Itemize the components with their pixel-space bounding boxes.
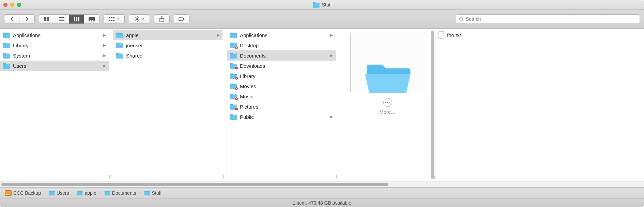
folder-icon [230,52,237,59]
action-menu-button[interactable] [129,14,150,24]
zoom-window-button[interactable] [17,3,21,7]
list-item[interactable]: Movies [227,81,336,91]
svg-point-20 [136,18,138,20]
more-button[interactable]: ••• More… [379,98,396,115]
svg-line-28 [139,17,139,18]
search-input[interactable] [466,16,637,22]
path-segment[interactable]: CCC Backup [5,190,41,196]
item-label: foo.txt [447,32,461,38]
preview-scrollbar[interactable] [431,31,434,179]
list-item[interactable]: Applications▶ [0,30,109,40]
svg-rect-6 [59,20,64,21]
list-item[interactable]: Users▶ [0,61,109,71]
list-item[interactable]: Shared [113,50,223,61]
list-item[interactable]: Downloads [227,61,336,71]
folder-icon [116,32,123,38]
chevron-right-icon: ▶ [217,33,220,37]
column-resize-handle[interactable]: || [434,175,437,179]
item-label: System [13,53,30,59]
minimize-window-button[interactable] [10,3,14,7]
search-field[interactable] [456,14,640,24]
svg-rect-1 [47,17,49,19]
status-bar: 1 item, 473.48 GB available [0,198,644,207]
folder-icon [230,83,237,89]
item-label: apple [126,32,139,38]
svg-rect-7 [74,17,75,21]
item-label: Desktop [240,43,259,48]
list-item[interactable]: joeuser [113,40,223,50]
item-label: joeuser [126,43,143,48]
gallery-view-button[interactable] [84,15,99,23]
item-label: Documents [240,53,266,59]
folder-icon [77,190,83,195]
folder-icon [104,190,110,195]
column-resize-handle[interactable]: || [109,29,113,181]
share-button[interactable] [154,14,170,24]
chevron-right-icon: 〉 [71,190,75,195]
horizontal-scrollbar[interactable] [0,181,644,187]
list-item[interactable]: apple▶ [113,30,223,40]
folder-icon [3,42,10,48]
list-item[interactable]: Library [227,71,336,81]
svg-line-32 [462,20,464,21]
folder-icon [230,42,237,48]
item-label: Library [240,73,256,79]
forward-button[interactable] [19,15,34,23]
tags-button[interactable] [174,14,189,24]
list-item[interactable]: Applications▶ [227,30,336,40]
preview-thumbnail[interactable] [350,32,425,93]
svg-point-31 [460,17,463,20]
window-controls [3,3,21,7]
list-item[interactable]: Documents▶ [227,50,336,61]
svg-rect-10 [89,17,95,20]
list-view-button[interactable] [54,15,69,23]
item-label: Public [240,114,254,120]
folder-icon [230,114,237,120]
path-bar: CCC Backup〉Users〉apple〉Documents〉Stuff [0,187,644,198]
column-resize-handle[interactable]: || [336,29,340,181]
item-label: Music [240,94,253,99]
ellipsis-icon: ••• [383,98,392,107]
column-2: Applications▶DesktopDocuments▶DownloadsL… [227,29,340,181]
chevron-right-icon: ▶ [330,53,333,58]
svg-rect-15 [111,17,112,18]
folder-icon [230,93,237,99]
svg-rect-13 [93,20,95,21]
icon-view-button[interactable] [39,15,54,23]
more-label: More… [379,109,396,115]
back-button[interactable] [4,15,19,23]
path-segment[interactable]: apple [77,190,96,196]
preview-column: ••• More… || [340,29,435,181]
chevron-right-icon: 〉 [138,190,142,195]
list-item[interactable]: Music [227,91,336,101]
no-access-badge-icon [235,46,238,49]
folder-icon [144,190,150,195]
folder-icon [49,190,55,195]
column-resize-handle[interactable]: || [223,29,227,181]
path-segment[interactable]: Users [49,190,69,196]
list-item[interactable]: Public▶ [227,112,336,122]
item-label: Shared [126,53,142,59]
finder-window: Stuff [0,0,644,207]
chevron-right-icon: ▶ [103,33,106,37]
window-title-text: Stuff [322,2,332,7]
scrollbar-thumb[interactable] [1,183,388,186]
path-label: Users [57,190,69,196]
path-segment[interactable]: Stuff [144,190,162,196]
group-by-button[interactable] [104,14,125,24]
chevron-right-icon: ▶ [103,63,106,68]
list-item[interactable]: System▶ [0,50,109,61]
list-item[interactable]: Desktop [227,40,336,50]
close-window-button[interactable] [3,3,7,7]
column-view-button[interactable] [69,15,84,23]
list-item[interactable]: foo.txt [435,30,644,40]
svg-line-27 [135,20,136,21]
folder-icon [230,32,237,38]
toolbar [0,10,644,29]
list-item[interactable]: Pictures [227,101,336,112]
svg-rect-8 [76,17,77,21]
path-segment[interactable]: Documents [104,190,136,196]
folder-icon [230,104,237,110]
file-column: foo.txt [435,29,644,181]
list-item[interactable]: Library▶ [0,40,109,50]
